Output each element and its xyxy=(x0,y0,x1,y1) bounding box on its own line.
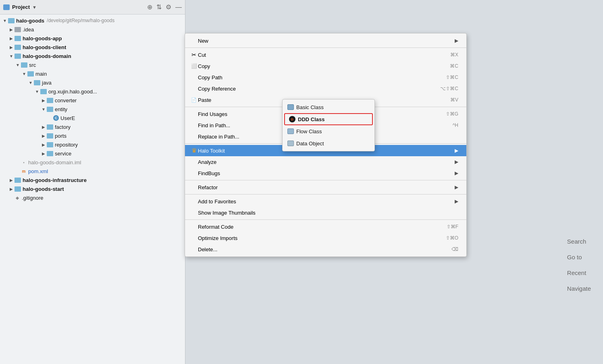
refactor-arrow: ▶ xyxy=(455,184,458,190)
settings-icon[interactable]: ⚙ xyxy=(166,3,171,11)
thumbnails-label: Show Image Thumbnails xyxy=(198,210,458,216)
sep6 xyxy=(185,219,466,220)
main-label: main xyxy=(35,71,47,77)
submenu: Basic Class D DDD Class Flow Class Data … xyxy=(282,99,375,151)
entity-folder-icon xyxy=(47,107,53,112)
iml-label: halo-goods-domain.iml xyxy=(28,159,81,165)
collapse-icon[interactable]: ⇅ xyxy=(156,3,162,11)
start-label: halo-goods-start xyxy=(23,186,64,192)
minimize-icon[interactable]: — xyxy=(175,4,182,11)
tree-item-idea[interactable]: .idea xyxy=(0,25,185,34)
menu-item-cut[interactable]: ✂ Cut ⌘X xyxy=(185,49,466,60)
tree-item-infrastructure[interactable]: halo-goods-infrastructure xyxy=(0,176,185,184)
tree-item-domain[interactable]: halo-goods-domain xyxy=(0,52,185,60)
tree-item-ports[interactable]: ports xyxy=(0,131,185,140)
tree-item-src[interactable]: src xyxy=(0,60,185,69)
main-folder-icon xyxy=(27,71,34,77)
idea-arrow xyxy=(8,27,15,32)
factory-arrow xyxy=(40,125,47,129)
pom-icon: m xyxy=(21,169,27,174)
app-folder-icon xyxy=(15,36,21,41)
domain-label: halo-goods-domain xyxy=(23,53,71,59)
tree-item-pom[interactable]: m pom.xml xyxy=(0,167,185,176)
submenu-item-basic-class[interactable]: Basic Class xyxy=(283,101,374,113)
root-path: /develop/gitRep/mw/halo-goods xyxy=(47,18,114,23)
java-label: java xyxy=(42,80,52,86)
factory-label: factory xyxy=(55,124,71,130)
search-label: Search xyxy=(567,234,591,249)
copy-icon: ⬜ xyxy=(190,63,198,69)
basic-class-icon xyxy=(287,104,295,110)
converter-arrow xyxy=(40,98,47,103)
submenu-item-data-object[interactable]: Data Object xyxy=(283,137,374,149)
userE-icon: C xyxy=(53,115,59,121)
tree-item-gitignore[interactable]: ◆ .gitignore xyxy=(0,193,185,202)
sep1 xyxy=(185,48,466,48)
tree-item-java[interactable]: java xyxy=(0,78,185,87)
ddd-class-label: DDD Class xyxy=(298,116,324,122)
tree-container: halo-goods /develop/gitRep/mw/halo-goods… xyxy=(0,14,185,364)
tree-item-main[interactable]: main xyxy=(0,69,185,78)
src-label: src xyxy=(29,62,36,68)
menu-item-favorites[interactable]: Add to Favorites ▶ xyxy=(185,196,466,207)
copy-path-shortcut: ⇧⌘C xyxy=(446,74,458,80)
menu-item-delete[interactable]: Delete... ⌫ xyxy=(185,244,466,255)
domain-arrow xyxy=(8,54,15,58)
converter-label: converter xyxy=(55,97,77,103)
main-arrow xyxy=(21,72,27,76)
tree-item-iml[interactable]: ▪ halo-goods-domain.iml xyxy=(0,158,185,167)
locate-icon[interactable]: ⊕ xyxy=(147,3,152,11)
tree-item-service[interactable]: service xyxy=(0,149,185,158)
menu-item-copy-ref[interactable]: Copy Reference ⌥⇧⌘C xyxy=(185,83,466,94)
menu-item-refactor[interactable]: Refactor ▶ xyxy=(185,182,466,193)
menu-item-optimize[interactable]: Optimize Imports ⇧⌘O xyxy=(185,232,466,244)
navigate-label: Navigate xyxy=(567,281,591,296)
tree-item-app[interactable]: halo-goods-app xyxy=(0,34,185,43)
optimize-label: Optimize Imports xyxy=(198,235,430,241)
refactor-label: Refactor xyxy=(198,184,451,190)
panel-dropdown-icon[interactable]: ▼ xyxy=(32,5,37,10)
panel-title-label: Project xyxy=(12,4,30,10)
menu-item-reformat[interactable]: Reformat Code ⇧⌘F xyxy=(185,221,466,232)
idea-label: .idea xyxy=(23,27,34,33)
menu-item-new[interactable]: New ▶ xyxy=(185,35,466,46)
tree-item-repository[interactable]: repository xyxy=(0,140,185,149)
tree-item-converter[interactable]: converter xyxy=(0,96,185,105)
reformat-shortcut: ⇧⌘F xyxy=(447,224,458,230)
java-arrow xyxy=(27,81,34,85)
tree-item-client[interactable]: halo-goods-client xyxy=(0,43,185,52)
panel-title[interactable]: Project ▼ xyxy=(3,4,37,10)
menu-item-thumbnails[interactable]: Show Image Thumbnails xyxy=(185,207,466,218)
tree-item-entity[interactable]: entity xyxy=(0,105,185,114)
copy-ref-label: Copy Reference xyxy=(198,86,424,92)
findbugs-label: FindBugs xyxy=(198,170,451,176)
menu-item-analyze[interactable]: Analyze ▶ xyxy=(185,156,466,168)
tree-item-factory[interactable]: factory xyxy=(0,122,185,131)
submenu-item-ddd-class[interactable]: D DDD Class xyxy=(284,113,373,125)
tree-item-start[interactable]: halo-goods-start xyxy=(0,184,185,193)
src-folder-icon xyxy=(21,62,27,68)
ports-folder-icon xyxy=(47,133,53,139)
idea-folder-icon xyxy=(15,27,21,32)
analyze-label: Analyze xyxy=(198,159,451,165)
menu-item-findbugs[interactable]: FindBugs ▶ xyxy=(185,168,466,179)
menu-item-copy-path[interactable]: Copy Path ⇧⌘C xyxy=(185,72,466,83)
orgpkg-label: org.xujin.halo.good... xyxy=(48,89,97,95)
find-usages-shortcut: ⇧⌘G xyxy=(446,111,458,117)
tree-root[interactable]: halo-goods /develop/gitRep/mw/halo-goods xyxy=(0,16,185,25)
tree-item-orgpkg[interactable]: org.xujin.halo.good... xyxy=(0,87,185,96)
submenu-item-flow-class[interactable]: Flow Class xyxy=(283,125,374,137)
ports-arrow xyxy=(40,134,47,138)
infra-folder-icon xyxy=(15,178,21,183)
menu-item-copy[interactable]: ⬜ Copy ⌘C xyxy=(185,60,466,72)
find-path-shortcut: ^H xyxy=(453,122,458,128)
optimize-shortcut: ⇧⌘O xyxy=(446,235,458,241)
goto-label: Go to xyxy=(567,249,591,265)
client-label: halo-goods-client xyxy=(23,44,66,50)
service-folder-icon xyxy=(47,151,53,156)
panel-folder-icon xyxy=(3,4,10,10)
delete-label: Delete... xyxy=(198,246,435,252)
repository-label: repository xyxy=(55,142,78,148)
tree-item-userE[interactable]: C UserE xyxy=(0,114,185,122)
copy-ref-shortcut: ⌥⇧⌘C xyxy=(440,86,458,91)
